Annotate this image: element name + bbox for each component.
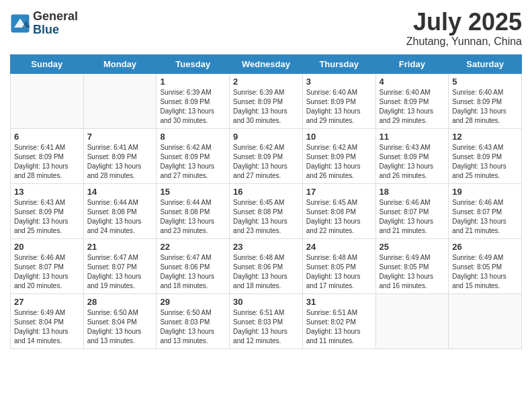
logo: General Blue <box>10 10 78 37</box>
day-number: 18 <box>380 187 445 197</box>
day-number: 14 <box>87 187 153 197</box>
weekday-header-friday: Friday <box>375 55 449 74</box>
day-number: 6 <box>14 132 80 142</box>
day-number: 26 <box>452 242 518 252</box>
day-number: 13 <box>14 187 80 197</box>
day-number: 20 <box>14 242 80 252</box>
day-info: Sunrise: 6:40 AM Sunset: 8:09 PM Dayligh… <box>452 88 518 126</box>
calendar-cell: 23Sunrise: 6:48 AM Sunset: 8:06 PM Dayli… <box>230 239 303 294</box>
day-number: 25 <box>380 242 445 252</box>
calendar-cell: 7Sunrise: 6:41 AM Sunset: 8:09 PM Daylig… <box>83 129 157 184</box>
calendar-cell: 13Sunrise: 6:43 AM Sunset: 8:09 PM Dayli… <box>11 184 84 239</box>
calendar-cell: 1Sunrise: 6:39 AM Sunset: 8:09 PM Daylig… <box>157 74 230 129</box>
day-info: Sunrise: 6:45 AM Sunset: 8:08 PM Dayligh… <box>306 198 372 236</box>
day-number: 5 <box>452 77 518 87</box>
day-info: Sunrise: 6:49 AM Sunset: 8:05 PM Dayligh… <box>380 253 445 291</box>
day-number: 24 <box>306 242 372 252</box>
calendar-cell: 31Sunrise: 6:51 AM Sunset: 8:02 PM Dayli… <box>302 294 375 349</box>
calendar-cell: 15Sunrise: 6:44 AM Sunset: 8:08 PM Dayli… <box>157 184 230 239</box>
calendar-cell: 9Sunrise: 6:42 AM Sunset: 8:09 PM Daylig… <box>230 129 303 184</box>
day-info: Sunrise: 6:47 AM Sunset: 8:07 PM Dayligh… <box>87 253 153 291</box>
day-info: Sunrise: 6:44 AM Sunset: 8:08 PM Dayligh… <box>87 198 153 236</box>
day-info: Sunrise: 6:43 AM Sunset: 8:09 PM Dayligh… <box>14 198 80 236</box>
calendar-cell: 14Sunrise: 6:44 AM Sunset: 8:08 PM Dayli… <box>83 184 157 239</box>
day-info: Sunrise: 6:41 AM Sunset: 8:09 PM Dayligh… <box>14 143 80 181</box>
calendar-cell: 20Sunrise: 6:46 AM Sunset: 8:07 PM Dayli… <box>11 239 84 294</box>
day-number: 28 <box>87 297 153 307</box>
calendar-cell: 19Sunrise: 6:46 AM Sunset: 8:07 PM Dayli… <box>449 184 522 239</box>
calendar-cell: 28Sunrise: 6:50 AM Sunset: 8:04 PM Dayli… <box>83 294 157 349</box>
logo-general-text: General <box>33 9 78 23</box>
calendar-cell: 24Sunrise: 6:48 AM Sunset: 8:05 PM Dayli… <box>302 239 375 294</box>
day-info: Sunrise: 6:40 AM Sunset: 8:09 PM Dayligh… <box>306 88 372 126</box>
calendar-week-row: 1Sunrise: 6:39 AM Sunset: 8:09 PM Daylig… <box>11 74 522 129</box>
day-number: 19 <box>452 187 518 197</box>
logo-blue-text: Blue <box>33 23 59 36</box>
calendar-table: SundayMondayTuesdayWednesdayThursdayFrid… <box>10 54 522 349</box>
calendar-cell: 17Sunrise: 6:45 AM Sunset: 8:08 PM Dayli… <box>302 184 375 239</box>
day-number: 16 <box>233 187 299 197</box>
weekday-header-thursday: Thursday <box>302 55 375 74</box>
day-number: 1 <box>160 77 226 87</box>
calendar-cell: 29Sunrise: 6:50 AM Sunset: 8:03 PM Dayli… <box>157 294 230 349</box>
day-number: 4 <box>380 77 445 87</box>
calendar-cell <box>375 294 449 349</box>
day-info: Sunrise: 6:43 AM Sunset: 8:09 PM Dayligh… <box>380 143 445 181</box>
calendar-cell: 25Sunrise: 6:49 AM Sunset: 8:05 PM Dayli… <box>375 239 449 294</box>
day-info: Sunrise: 6:47 AM Sunset: 8:06 PM Dayligh… <box>160 253 226 291</box>
calendar-cell: 5Sunrise: 6:40 AM Sunset: 8:09 PM Daylig… <box>449 74 522 129</box>
calendar-cell: 3Sunrise: 6:40 AM Sunset: 8:09 PM Daylig… <box>302 74 375 129</box>
calendar-cell: 11Sunrise: 6:43 AM Sunset: 8:09 PM Dayli… <box>375 129 449 184</box>
day-info: Sunrise: 6:50 AM Sunset: 8:03 PM Dayligh… <box>160 308 226 346</box>
calendar-cell: 10Sunrise: 6:42 AM Sunset: 8:09 PM Dayli… <box>302 129 375 184</box>
day-number: 29 <box>160 297 226 307</box>
day-number: 8 <box>160 132 226 142</box>
calendar-cell: 27Sunrise: 6:49 AM Sunset: 8:04 PM Dayli… <box>11 294 84 349</box>
day-info: Sunrise: 6:42 AM Sunset: 8:09 PM Dayligh… <box>160 143 226 181</box>
calendar-cell: 12Sunrise: 6:43 AM Sunset: 8:09 PM Dayli… <box>449 129 522 184</box>
calendar-cell: 4Sunrise: 6:40 AM Sunset: 8:09 PM Daylig… <box>375 74 449 129</box>
day-info: Sunrise: 6:46 AM Sunset: 8:07 PM Dayligh… <box>452 198 518 236</box>
calendar-week-row: 6Sunrise: 6:41 AM Sunset: 8:09 PM Daylig… <box>11 129 522 184</box>
page-header: General Blue July 2025 Zhutang, Yunnan, … <box>10 10 522 48</box>
day-number: 7 <box>87 132 153 142</box>
day-number: 12 <box>452 132 518 142</box>
calendar-cell <box>11 74 84 129</box>
weekday-header-row: SundayMondayTuesdayWednesdayThursdayFrid… <box>11 55 522 74</box>
day-info: Sunrise: 6:44 AM Sunset: 8:08 PM Dayligh… <box>160 198 226 236</box>
day-number: 30 <box>233 297 299 307</box>
day-number: 23 <box>233 242 299 252</box>
calendar-cell: 8Sunrise: 6:42 AM Sunset: 8:09 PM Daylig… <box>157 129 230 184</box>
day-info: Sunrise: 6:49 AM Sunset: 8:04 PM Dayligh… <box>14 308 80 346</box>
calendar-cell: 30Sunrise: 6:51 AM Sunset: 8:03 PM Dayli… <box>230 294 303 349</box>
calendar-week-row: 20Sunrise: 6:46 AM Sunset: 8:07 PM Dayli… <box>11 239 522 294</box>
calendar-cell: 26Sunrise: 6:49 AM Sunset: 8:05 PM Dayli… <box>449 239 522 294</box>
day-number: 17 <box>306 187 372 197</box>
calendar-cell <box>449 294 522 349</box>
weekday-header-wednesday: Wednesday <box>230 55 303 74</box>
day-number: 27 <box>14 297 80 307</box>
day-info: Sunrise: 6:43 AM Sunset: 8:09 PM Dayligh… <box>452 143 518 181</box>
day-number: 31 <box>306 297 372 307</box>
weekday-header-tuesday: Tuesday <box>157 55 230 74</box>
calendar-cell: 22Sunrise: 6:47 AM Sunset: 8:06 PM Dayli… <box>157 239 230 294</box>
day-number: 15 <box>160 187 226 197</box>
day-info: Sunrise: 6:42 AM Sunset: 8:09 PM Dayligh… <box>306 143 372 181</box>
day-number: 22 <box>160 242 226 252</box>
day-number: 3 <box>306 77 372 87</box>
location-subtitle: Zhutang, Yunnan, China <box>406 36 522 48</box>
calendar-cell: 2Sunrise: 6:39 AM Sunset: 8:09 PM Daylig… <box>230 74 303 129</box>
day-number: 9 <box>233 132 299 142</box>
day-info: Sunrise: 6:39 AM Sunset: 8:09 PM Dayligh… <box>233 88 299 126</box>
day-info: Sunrise: 6:51 AM Sunset: 8:02 PM Dayligh… <box>306 308 372 346</box>
calendar-week-row: 13Sunrise: 6:43 AM Sunset: 8:09 PM Dayli… <box>11 184 522 239</box>
day-info: Sunrise: 6:49 AM Sunset: 8:05 PM Dayligh… <box>452 253 518 291</box>
day-info: Sunrise: 6:50 AM Sunset: 8:04 PM Dayligh… <box>87 308 153 346</box>
calendar-cell: 21Sunrise: 6:47 AM Sunset: 8:07 PM Dayli… <box>83 239 157 294</box>
day-info: Sunrise: 6:48 AM Sunset: 8:05 PM Dayligh… <box>306 253 372 291</box>
title-block: July 2025 Zhutang, Yunnan, China <box>406 10 522 48</box>
day-info: Sunrise: 6:46 AM Sunset: 8:07 PM Dayligh… <box>380 198 445 236</box>
month-year-title: July 2025 <box>406 10 522 34</box>
calendar-cell: 18Sunrise: 6:46 AM Sunset: 8:07 PM Dayli… <box>375 184 449 239</box>
day-info: Sunrise: 6:42 AM Sunset: 8:09 PM Dayligh… <box>233 143 299 181</box>
